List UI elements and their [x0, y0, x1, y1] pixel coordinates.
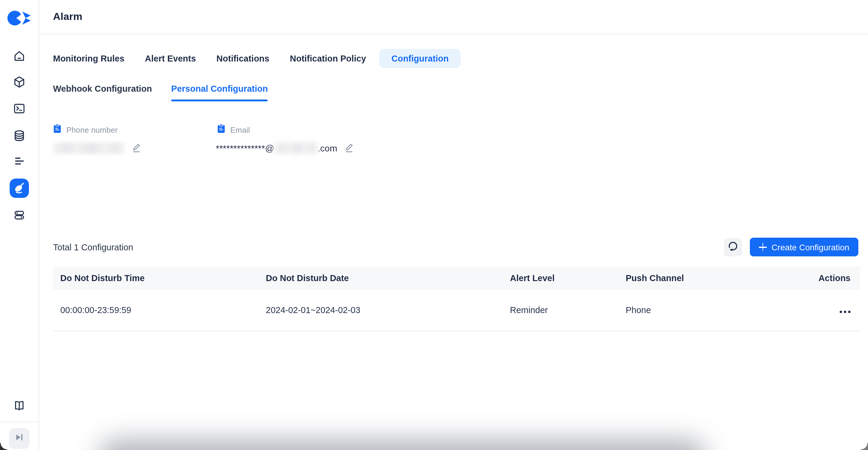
brand-logo[interactable]: [7, 10, 31, 27]
cell-dnd-date: 2024-02-01~2024-02-03: [266, 305, 510, 315]
column-header-push-channel: Push Channel: [626, 273, 812, 283]
personal-info-section: Phone number: [53, 124, 381, 154]
refresh-button[interactable]: [724, 238, 742, 256]
create-configuration-label: Create Configuration: [772, 242, 849, 252]
sidebar-item-compute[interactable]: [10, 72, 29, 92]
table-row: 00:00:00-23:59:59 2024-02-01~2024-02-03 …: [53, 290, 860, 331]
app-window: Alarm Monitoring Rules Alert Events Noti…: [0, 0, 868, 450]
satellite-dish-icon: [12, 181, 27, 196]
plus-icon: [759, 243, 767, 251]
email-suffix: .com: [318, 143, 337, 153]
home-icon: [13, 50, 26, 63]
configuration-table: Do Not Disturb Time Do Not Disturb Date …: [53, 267, 860, 331]
total-count-label: Total 1 Configuration: [53, 242, 133, 252]
main-content: Monitoring Rules Alert Events Notificati…: [38, 34, 868, 450]
table-header-row: Do Not Disturb Time Do Not Disturb Date …: [53, 267, 860, 290]
edit-email-button[interactable]: [344, 142, 354, 153]
collapse-panel-icon: [14, 432, 25, 445]
book-icon: [13, 399, 26, 412]
column-header-dnd-date: Do Not Disturb Date: [266, 273, 510, 283]
screen: Alarm Monitoring Rules Alert Events Noti…: [0, 0, 868, 450]
phone-value-redacted: [53, 142, 124, 153]
phone-label: Phone number: [66, 125, 118, 134]
subtab-personal-configuration[interactable]: Personal Configuration: [171, 84, 268, 101]
email-masked-local: **************@: [216, 143, 274, 153]
email-field: Email **************@.com: [217, 124, 381, 154]
sidebar-item-alarm[interactable]: [10, 179, 29, 198]
column-header-actions: Actions: [812, 273, 860, 283]
sidebar-item-data[interactable]: [10, 126, 29, 145]
create-configuration-button[interactable]: Create Configuration: [750, 238, 858, 257]
sidebar-item-services[interactable]: [10, 205, 29, 224]
column-header-dnd-time: Do Not Disturb Time: [53, 273, 266, 283]
subtab-bar: Webhook Configuration Personal Configura…: [53, 84, 268, 101]
cell-alert-level: Reminder: [510, 305, 626, 315]
tab-notifications[interactable]: Notifications: [216, 49, 270, 68]
row-actions-button[interactable]: [835, 308, 850, 315]
pencil-icon: [131, 142, 141, 153]
cell-dnd-time: 00:00:00-23:59:59: [53, 305, 266, 315]
clipboard-icon: [217, 124, 225, 136]
window-corner-bottom-right: [861, 443, 868, 450]
page-title: Alarm: [53, 11, 82, 23]
edit-phone-button[interactable]: [131, 142, 141, 153]
column-header-alert-level: Alert Level: [510, 273, 626, 283]
pencil-icon: [344, 142, 354, 153]
tab-configuration[interactable]: Configuration: [379, 49, 461, 68]
sidebar: [0, 0, 39, 450]
toggles-icon: [13, 208, 26, 221]
window-corner-bottom-left: [0, 443, 7, 450]
sidebar-item-home[interactable]: [10, 47, 29, 66]
sidebar-item-docs[interactable]: [10, 396, 29, 415]
page-header: Alarm: [38, 0, 868, 34]
list-lines-icon: [13, 154, 26, 168]
clipboard-icon: [53, 124, 61, 136]
phone-field: Phone number: [53, 124, 217, 154]
table-toolbar: Total 1 Configuration Create Configurati…: [53, 238, 858, 257]
sidebar-footer-divider: [0, 422, 38, 422]
database-icon: [13, 129, 26, 142]
tab-monitoring-rules[interactable]: Monitoring Rules: [53, 49, 124, 68]
tab-bar: Monitoring Rules Alert Events Notificati…: [53, 49, 461, 68]
sidebar-item-worksheet[interactable]: [10, 99, 29, 118]
email-value: **************@.com: [216, 142, 337, 153]
tab-notification-policy[interactable]: Notification Policy: [290, 49, 366, 68]
sidebar-collapse-button[interactable]: [9, 428, 30, 449]
email-domain-redacted: [274, 142, 318, 153]
cube-icon: [13, 76, 26, 89]
tab-alert-events[interactable]: Alert Events: [145, 49, 196, 68]
sidebar-item-jobs[interactable]: [10, 151, 29, 171]
email-label: Email: [230, 125, 250, 134]
subtab-webhook-configuration[interactable]: Webhook Configuration: [53, 84, 152, 101]
cell-push-channel: Phone: [626, 305, 812, 315]
terminal-icon: [13, 102, 26, 115]
refresh-icon: [727, 240, 739, 254]
more-dots-icon: [840, 310, 842, 313]
